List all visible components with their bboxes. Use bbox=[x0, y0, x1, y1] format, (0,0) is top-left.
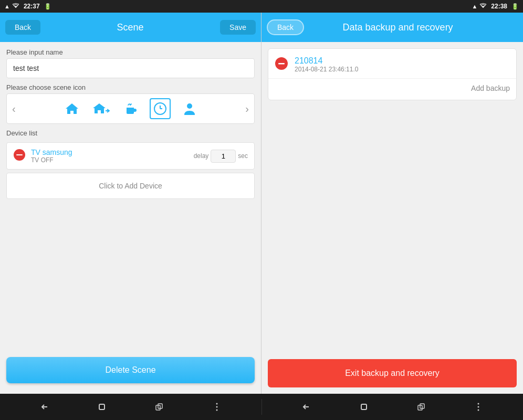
person-icon[interactable] bbox=[179, 98, 200, 119]
backup-date: 2014-08-21 23:46:11.0 bbox=[295, 66, 510, 73]
device-info: TV samsung TV OFF bbox=[31, 148, 189, 164]
right-panel: Back Data backup and recovery 210814 201… bbox=[262, 13, 523, 394]
right-battery-icon: 🔋 bbox=[511, 3, 519, 10]
left-panel: Back Scene Save Please input name Please… bbox=[0, 13, 262, 394]
clock-icon[interactable] bbox=[150, 98, 171, 119]
add-backup-label: Add backup bbox=[471, 84, 510, 92]
backup-back-button[interactable]: Back bbox=[267, 19, 304, 35]
home-move-icon[interactable] bbox=[91, 98, 112, 119]
left-wifi-icon bbox=[12, 3, 19, 9]
right-bottom-nav bbox=[262, 394, 524, 420]
left-home-nav-button[interactable] bbox=[91, 396, 112, 417]
left-header: Back Scene Save bbox=[0, 13, 261, 42]
icon-selector: ‹ bbox=[6, 93, 255, 124]
delete-scene-area: Delete Scene bbox=[0, 357, 261, 394]
right-back-nav-button[interactable] bbox=[296, 396, 317, 417]
device-name: TV samsung bbox=[31, 148, 189, 156]
bottom-nav bbox=[0, 394, 523, 420]
name-input[interactable] bbox=[6, 58, 255, 78]
right-time: 22:38 bbox=[491, 3, 507, 10]
remove-backup-button[interactable] bbox=[275, 57, 288, 72]
backup-card: 210814 2014-08-21 23:46:11.0 Add backup bbox=[268, 48, 517, 100]
left-recents-nav-button[interactable] bbox=[149, 396, 170, 417]
remove-device-button[interactable] bbox=[13, 149, 26, 163]
device-item: TV samsung TV OFF delay sec bbox=[6, 142, 255, 170]
exit-backup-area: Exit backup and recovery bbox=[262, 353, 523, 394]
device-list-section: Device list TV samsung TV OFF delay bbox=[6, 129, 255, 199]
icon-next-button[interactable]: › bbox=[242, 103, 252, 115]
left-status-bar: ▲ 22:37 🔋 bbox=[0, 0, 262, 13]
coffee-icon[interactable] bbox=[120, 98, 141, 119]
svg-point-17 bbox=[478, 403, 479, 405]
svg-point-19 bbox=[478, 410, 479, 411]
scene-back-button[interactable]: Back bbox=[5, 20, 40, 35]
device-action: TV OFF bbox=[31, 156, 189, 164]
right-recents-nav-button[interactable] bbox=[411, 396, 432, 417]
delete-scene-button[interactable]: Delete Scene bbox=[6, 357, 255, 383]
backup-card-top: 210814 2014-08-21 23:46:11.0 bbox=[268, 49, 516, 78]
delay-area: delay sec bbox=[194, 150, 248, 163]
delay-label: delay bbox=[194, 152, 209, 160]
icon-prev-button[interactable]: ‹ bbox=[9, 103, 19, 115]
scene-title: Scene bbox=[117, 22, 144, 33]
add-device-button[interactable]: Click to Add Device bbox=[6, 173, 255, 199]
right-home-nav-button[interactable] bbox=[353, 396, 374, 417]
exit-backup-button[interactable]: Exit backup and recovery bbox=[268, 359, 517, 387]
right-wifi-icon bbox=[479, 3, 487, 9]
icon-list bbox=[61, 98, 200, 119]
backup-info: 210814 2014-08-21 23:46:11.0 bbox=[295, 56, 510, 73]
left-battery-icon: 🔋 bbox=[44, 3, 51, 10]
right-signal-icon: ▲ bbox=[472, 3, 477, 9]
svg-rect-14 bbox=[361, 404, 367, 410]
backup-card-bottom: Add backup bbox=[268, 78, 516, 100]
delay-input[interactable] bbox=[211, 150, 236, 163]
left-body: Please input name Please choose scene ic… bbox=[0, 42, 261, 357]
right-status-bar: ▲ 22:38 🔋 bbox=[262, 0, 523, 13]
left-bottom-nav bbox=[0, 394, 262, 420]
left-time: 22:37 bbox=[24, 3, 40, 10]
device-list-label: Device list bbox=[6, 129, 255, 137]
left-signal-icon: ▲ bbox=[4, 3, 10, 9]
icon-label: Please choose scene icon bbox=[6, 83, 255, 91]
right-body: 210814 2014-08-21 23:46:11.0 Add backup bbox=[262, 42, 523, 353]
left-more-nav-button[interactable] bbox=[206, 396, 227, 417]
icon-section: Please choose scene icon ‹ bbox=[6, 83, 255, 124]
right-more-nav-button[interactable] bbox=[468, 396, 489, 417]
left-back-nav-button[interactable] bbox=[34, 396, 55, 417]
main-content: Back Scene Save Please input name Please… bbox=[0, 13, 523, 394]
name-label: Please input name bbox=[6, 48, 255, 56]
backup-title: Data backup and recovery bbox=[309, 22, 518, 33]
delay-unit: sec bbox=[238, 152, 248, 160]
svg-point-13 bbox=[216, 410, 217, 411]
svg-point-11 bbox=[216, 403, 217, 405]
svg-rect-8 bbox=[99, 404, 104, 410]
right-header: Back Data backup and recovery bbox=[262, 13, 523, 42]
svg-point-3 bbox=[187, 103, 192, 109]
svg-point-18 bbox=[478, 406, 479, 408]
status-bars: ▲ 22:37 🔋 ▲ 22:38 🔋 bbox=[0, 0, 523, 13]
svg-point-12 bbox=[216, 406, 217, 408]
backup-name: 210814 bbox=[295, 56, 510, 66]
svg-rect-7 bbox=[278, 63, 285, 65]
name-section: Please input name bbox=[6, 48, 255, 78]
scene-save-button[interactable]: Save bbox=[220, 20, 256, 35]
home-icon[interactable] bbox=[61, 98, 82, 119]
svg-rect-5 bbox=[16, 154, 23, 155]
